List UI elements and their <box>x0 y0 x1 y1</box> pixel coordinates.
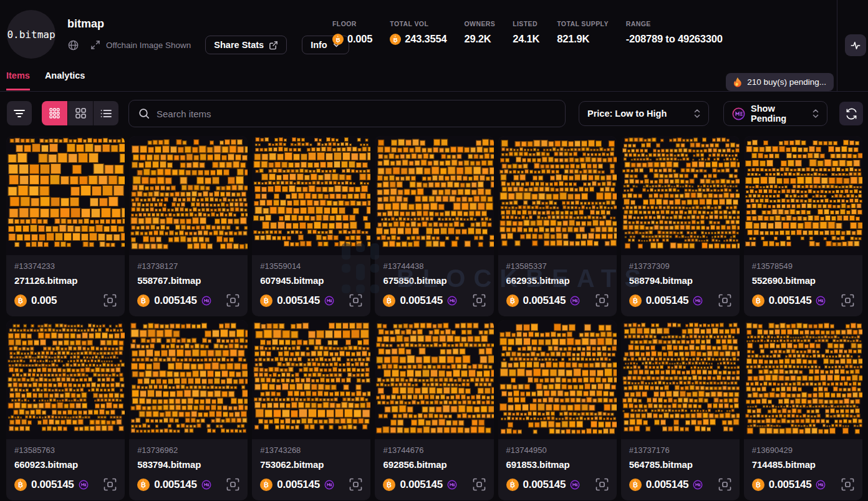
card-name: 662935.bitmap <box>506 275 609 286</box>
refresh-button[interactable] <box>839 102 863 125</box>
view-mode-switcher <box>42 101 118 125</box>
magic-eden-icon <box>732 107 745 120</box>
nft-card[interactable]: #13578549 552690.bitmap B 0.005145 <box>744 136 862 316</box>
nft-image <box>621 320 740 439</box>
nft-card[interactable]: #13690429 714485.bitmap B 0.005145 <box>744 320 862 500</box>
scan-icon[interactable] <box>226 478 239 491</box>
nft-card[interactable]: #13736962 583794.bitmap B 0.005145 <box>129 320 248 500</box>
view-list-button[interactable] <box>93 101 118 125</box>
pending-buys-badge[interactable]: 210 buy(s) pending... <box>726 73 834 91</box>
stat-value: 821.9K <box>557 33 589 45</box>
stat-block: FLOOR B 0.005 <box>332 20 372 45</box>
bitcoin-icon: B <box>260 479 272 491</box>
card-name: 583794.bitmap <box>137 459 239 470</box>
bitcoin-icon: B <box>390 34 401 45</box>
card-token-id: #13737176 <box>629 445 731 455</box>
stat-block: TOTAL VOL B 243.3554 <box>390 20 446 45</box>
view-grid-large-button[interactable] <box>67 101 93 125</box>
svg-text:B: B <box>393 36 398 42</box>
nft-card[interactable]: #13559014 607945.bitmap B 0.005145 <box>252 136 370 316</box>
stat-label: TOTAL VOL <box>390 20 446 27</box>
search-bar <box>128 100 566 127</box>
magic-eden-listing-icon <box>201 480 211 490</box>
svg-text:B: B <box>633 481 638 489</box>
magic-eden-listing-icon <box>693 296 703 306</box>
card-price: 0.005145 <box>400 479 443 491</box>
nft-card[interactable]: #13744676 692856.bitmap B 0.005145 <box>375 320 493 500</box>
card-token-id: #13738127 <box>137 261 239 271</box>
globe-icon[interactable] <box>67 39 79 51</box>
collection-title: bitmap <box>67 17 104 31</box>
sort-select[interactable]: Price: Low to High <box>579 101 709 126</box>
card-token-id: #13374233 <box>14 261 117 271</box>
stat-block: RANGE -208789 to 49263300 <box>626 20 723 45</box>
svg-text:B: B <box>18 297 23 304</box>
nft-card[interactable]: #13737176 564785.bitmap B 0.005145 <box>621 320 740 500</box>
card-token-id: #13585763 <box>14 445 117 455</box>
scan-icon[interactable] <box>226 294 239 307</box>
svg-text:B: B <box>510 481 515 489</box>
bitcoin-icon: B <box>137 479 150 491</box>
view-grid-small-button[interactable] <box>42 101 67 125</box>
card-token-id: #13736962 <box>137 445 239 455</box>
card-price: 0.005145 <box>769 294 812 307</box>
scan-icon[interactable] <box>473 294 486 307</box>
search-input[interactable] <box>157 109 556 119</box>
tab-items[interactable]: Items <box>6 71 30 90</box>
scan-icon[interactable] <box>841 478 854 491</box>
scan-icon[interactable] <box>718 294 731 307</box>
bitcoin-icon: B <box>506 479 519 491</box>
nft-card[interactable]: #13743268 753062.bitmap B 0.005145 <box>252 320 370 500</box>
tab-analytics[interactable]: Analytics <box>45 71 85 90</box>
svg-text:B: B <box>510 297 515 304</box>
nft-image <box>498 320 617 439</box>
share-stats-button[interactable]: Share Stats <box>205 36 287 54</box>
offchain-image-label: Offchain Image Shown <box>106 41 191 50</box>
right-rail-divider <box>837 0 837 92</box>
activity-button[interactable] <box>845 34 866 56</box>
scan-icon[interactable] <box>349 294 362 307</box>
nft-card[interactable]: #13585337 662935.bitmap B 0.005145 <box>498 136 617 316</box>
card-token-id: #13585337 <box>506 261 609 271</box>
nft-card[interactable]: #13585763 660923.bitmap B 0.005145 <box>6 320 125 500</box>
magic-eden-listing-icon <box>570 296 580 306</box>
stat-label: TOTAL SUPPLY <box>557 20 609 27</box>
pending-filter-select[interactable]: Show Pending <box>723 101 827 126</box>
fire-icon <box>733 77 742 87</box>
scan-icon[interactable] <box>596 294 609 307</box>
card-token-id: #13578549 <box>752 261 854 271</box>
scan-icon[interactable] <box>473 478 486 491</box>
svg-text:B: B <box>141 481 146 489</box>
scan-icon[interactable] <box>104 478 117 491</box>
filter-icon <box>14 109 25 118</box>
share-icon <box>269 41 278 50</box>
card-token-id: #13743268 <box>260 445 362 455</box>
card-price: 0.005145 <box>154 294 197 307</box>
collection-stats: FLOOR B 0.005 TOTAL VOL B 243.3554 OWNER… <box>332 20 740 45</box>
tabs-divider <box>0 91 868 92</box>
chevron-updown-icon <box>694 109 700 119</box>
pending-buys-text: 210 buy(s) pending... <box>747 77 826 87</box>
stat-block: TOTAL SUPPLY 821.9K <box>557 20 609 45</box>
nft-image <box>375 320 493 439</box>
nft-card[interactable]: #13744438 675850.bitmap B 0.005145 <box>375 136 493 316</box>
scan-icon[interactable] <box>104 294 117 307</box>
grid-large-icon <box>75 108 86 119</box>
svg-text:B: B <box>141 297 146 304</box>
nft-card[interactable]: #13737309 588794.bitmap B 0.005145 <box>621 136 740 316</box>
offchain-image-icon[interactable] <box>90 39 101 51</box>
card-price: 0.005145 <box>769 479 812 491</box>
scan-icon[interactable] <box>841 294 854 307</box>
nft-card[interactable]: #13744950 691853.bitmap B 0.005145 <box>498 320 617 500</box>
scan-icon[interactable] <box>718 478 731 491</box>
scan-icon[interactable] <box>349 478 362 491</box>
nft-card[interactable]: #13374233 271126.bitmap B 0.005 <box>6 136 125 316</box>
items-grid: #13374233 271126.bitmap B 0.005 <box>6 136 862 500</box>
nft-image <box>252 320 370 439</box>
nft-card[interactable]: #13738127 558767.bitmap B 0.005145 <box>129 136 248 316</box>
stat-block: LISTED 24.1K <box>513 20 539 45</box>
scan-icon[interactable] <box>596 478 609 491</box>
filter-button[interactable] <box>7 101 32 125</box>
stat-value: 0.005 <box>347 33 372 45</box>
card-price: 0.005145 <box>646 479 689 491</box>
